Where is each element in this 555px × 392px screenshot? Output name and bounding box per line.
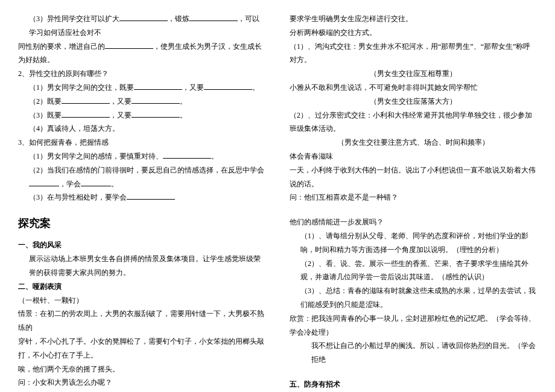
line: （2）既要，又要。: [18, 95, 265, 109]
blank: [62, 110, 110, 118]
text: 。: [180, 111, 187, 119]
sub-heading-5: 五、防身有招术: [290, 378, 537, 391]
paragraph: 欣赏：把我连同青春的心事一块儿，尘封进那粉红色的记忆吧。（学会等待、学会冷处理）: [290, 312, 537, 340]
text: （2）既要: [29, 97, 62, 106]
sub-heading-2: 二、哑剧表演: [18, 280, 265, 294]
paragraph: 一天，小利终于收到大伟的一封信。说出了小利想说但一直不敢说又盼着大伟说的话。: [290, 163, 537, 191]
blank: [62, 96, 110, 104]
paragraph: 我不想让自己的小船过早的搁浅。所以，请收回你热烈的目光。（学会拒绝: [290, 339, 537, 367]
paragraph: 他们的感情能进一步发展吗？: [290, 215, 537, 229]
paragraph: （3）、总结：青春的滋味有时就象这些未成熟的水果，过早的去尝试，我们能感受到的只…: [290, 284, 537, 312]
text: （3）在与异性相处时，要学会: [29, 193, 127, 201]
q3-heading: 3、如何把握青春，把握情感: [18, 136, 265, 150]
left-column: （3）异性同学交往可以扩大，锻炼，可以学习如何适应社会对不 同性别的要求，增进自…: [18, 12, 265, 380]
text: 同性别的要求，增进自己的: [18, 42, 105, 51]
blank: [163, 151, 211, 159]
blank: [81, 179, 111, 186]
blank: [29, 179, 59, 186]
paragraph: 问：他们互相喜欢是不是一种错？: [290, 191, 537, 204]
text: （3）异性同学交往可以扩大: [29, 14, 119, 23]
text: 。: [180, 97, 187, 106]
blank: [134, 82, 182, 90]
q2-heading: 2、异性交往的原则有哪些？: [18, 67, 265, 81]
line: （1）男女同学之间的交往，既要，又要。: [18, 81, 265, 95]
spacer: [290, 204, 537, 215]
note-centered: （男女生交往应互相尊重）: [290, 67, 537, 81]
line: （3）异性同学交往可以扩大，锻炼，可以学习如何适应社会对不: [18, 12, 265, 40]
paragraph: （2）、看、说、尝。展示一些生的香蕉、芒果、杏子要求学生描绘其外观，并邀请几位同…: [290, 257, 537, 285]
note-centered: （男女生交往要注意方式、场合、时间和频率）: [290, 136, 537, 150]
paragraph: 要求学生明确男女生应怎样进行交往。: [290, 12, 537, 26]
blank: [132, 110, 180, 118]
blank: [204, 82, 252, 90]
text: ，学会: [59, 180, 81, 188]
text: ，又要: [182, 83, 204, 92]
paragraph: 目的在于让学生感受男女生因性别角色的原因，他们有各自擅长的一面。: [18, 390, 265, 392]
paragraph: 展示运动场上本班男女生各自拼搏的情景及集体项目。让学生感觉班级荣誉的获得需要大家…: [18, 252, 265, 280]
text: ，又要: [110, 97, 132, 106]
spacer: [290, 367, 537, 378]
blank: [105, 41, 153, 49]
line: （3）在与异性相处时，要学会: [18, 191, 265, 204]
text: （1）男女同学之间的交往，既要: [29, 83, 134, 92]
line: （3）既要，又要。: [18, 109, 265, 122]
blank: [189, 13, 238, 21]
text: ，又要: [110, 111, 132, 119]
line: （4）真诚待人，坦荡大方。: [18, 122, 265, 136]
text: （3）既要: [29, 111, 62, 119]
paragraph: 分析两种极端的交往方式。: [290, 26, 537, 40]
blank: [119, 13, 168, 21]
text: 。: [211, 152, 218, 160]
paragraph: 体会青春滋味: [290, 150, 537, 163]
text: 。: [252, 83, 259, 92]
paragraph: 穿针，不小心扎了手。小女的凳脚松了，需要钉个钉子，小女笨拙的用榔头敲打，不小心打…: [18, 335, 265, 362]
paragraph: （1）、请每组分别从父母、老师、同学的态度和评价，对他们学业的影响，时间和精力等…: [290, 229, 537, 257]
section-heading-tanjiu: 探究案: [18, 213, 265, 233]
paragraph: （1）、鸿沟式交往：男女生井水不犯河水，用“那帮男生”、“那帮女生”称呼对方。: [290, 40, 537, 68]
line: （1）男女同学之间的感情，要慎重对待、。: [18, 150, 265, 163]
sub-heading-1: 一、我的风采: [18, 238, 265, 252]
text: （2）当我们在感情的门前徘徊时，要反思自己的情感选择，在反思中学会: [29, 166, 264, 174]
blank: [127, 192, 175, 200]
paragraph: 情景：在初二的劳农周上，大男的衣服刮破了，需要用针缝一下，大男极不熟练的: [18, 307, 265, 335]
blank: [132, 96, 180, 104]
right-column: 要求学生明确男女生应怎样进行交往。 分析两种极端的交往方式。 （1）、鸿沟式交往…: [290, 12, 537, 380]
paragraph: 唉，他们两个无奈的摇了摇头。: [18, 362, 265, 376]
note-centered: （男女生交往应落落大方）: [290, 95, 537, 109]
line: 同性别的要求，增进自己的，使男生成长为男子汉，女生成长为好姑娘。: [18, 40, 265, 68]
paragraph: 问：小女和大男该怎么办呢？: [18, 376, 265, 390]
line: （2）当我们在感情的门前徘徊时，要反思自己的情感选择，在反思中学会，学会。: [18, 163, 265, 191]
paragraph: 小雅从不敢和男生说话，不可避免时非得叫其她女同学帮忙: [290, 81, 537, 95]
text: （1）男女同学之间的感情，要慎重对待、: [29, 152, 163, 160]
text: ，锻炼: [168, 14, 189, 23]
paragraph: （2）、过分亲密式交往：小利和大伟经常避开其他同学单独交往，很少参加班级集体活动…: [290, 109, 537, 136]
paragraph: （一根针、一颗钉）: [18, 294, 265, 308]
text: 。: [111, 180, 118, 188]
